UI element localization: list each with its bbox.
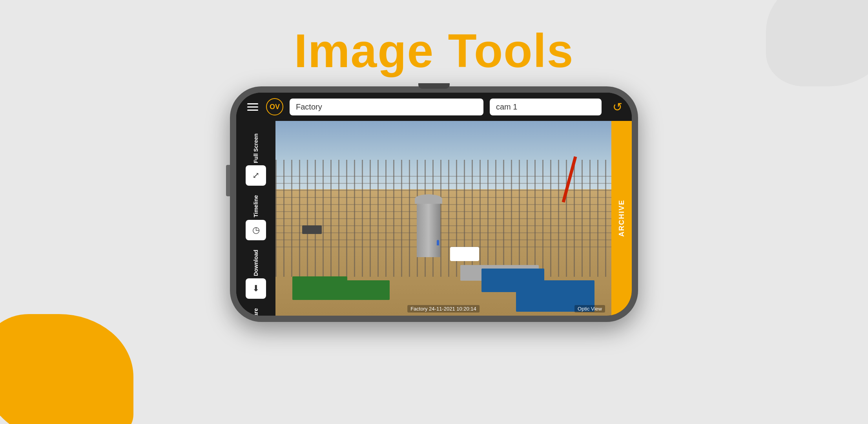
truck-vehicle <box>302 225 322 234</box>
worker-figure <box>437 240 439 245</box>
blue-roof-structure-2 <box>481 269 544 292</box>
silo-top <box>415 194 442 204</box>
decorative-blob-bottom-left <box>0 314 133 424</box>
camera-view: Factory 24-11-2021 10:20:14 Optic View <box>275 121 611 316</box>
download-tool[interactable]: Download ⬇ <box>236 245 275 303</box>
share-label: Share <box>253 308 259 316</box>
scaffolding-horizontal <box>275 170 611 247</box>
hamburger-line-1 <box>247 103 258 104</box>
timeline-button[interactable]: ◷ <box>246 220 266 240</box>
main-content: Full Screen ⤢ Timeline ◷ Download <box>236 121 632 316</box>
hamburger-line-2 <box>247 106 258 108</box>
image-timestamp: Factory 24-11-2021 10:20:14 <box>407 305 480 313</box>
left-toolbar: Full Screen ⤢ Timeline ◷ Download <box>236 121 275 316</box>
fullscreen-label: Full Screen <box>253 133 259 163</box>
refresh-icon[interactable]: ↺ <box>613 100 622 114</box>
archive-tab[interactable]: ARCHIVE <box>611 121 632 316</box>
search-input[interactable] <box>290 99 483 115</box>
logo-text: OV <box>270 103 280 111</box>
hamburger-menu-button[interactable] <box>246 102 260 112</box>
site-image: Factory 24-11-2021 10:20:14 Optic View <box>275 121 611 316</box>
fullscreen-button[interactable]: ⤢ <box>246 165 266 186</box>
storage-tank-2 <box>463 247 479 261</box>
timeline-icon: ◷ <box>252 225 260 235</box>
timeline-tool[interactable]: Timeline ◷ <box>236 190 275 245</box>
fullscreen-icon: ⤢ <box>252 170 259 181</box>
silo-structure <box>417 202 440 257</box>
phone-notch <box>418 83 450 89</box>
phone-outer-shell: OV ↺ Full Screen ⤢ Tim <box>230 86 638 322</box>
timeline-label: Timeline <box>253 195 259 217</box>
archive-label: ARCHIVE <box>618 199 626 237</box>
download-label: Download <box>253 250 259 276</box>
green-roof-structure-1 <box>292 276 347 300</box>
cam-input[interactable] <box>490 99 602 115</box>
phone-mockup: OV ↺ Full Screen ⤢ Tim <box>230 86 638 322</box>
image-brand-overlay: Optic View <box>574 305 605 313</box>
logo-icon: OV <box>266 98 283 115</box>
phone-side-button <box>226 165 230 196</box>
page-title: Image Tools <box>0 24 868 78</box>
green-roof-structure-2 <box>343 280 390 300</box>
phone-screen: OV ↺ Full Screen ⤢ Tim <box>236 93 632 316</box>
top-bar: OV ↺ <box>236 93 632 121</box>
download-icon: ⬇ <box>252 283 259 294</box>
share-tool[interactable]: Share ⎘ <box>236 303 275 316</box>
hamburger-line-3 <box>247 110 258 111</box>
download-button[interactable]: ⬇ <box>246 278 266 299</box>
fullscreen-tool[interactable]: Full Screen ⤢ <box>236 129 275 190</box>
